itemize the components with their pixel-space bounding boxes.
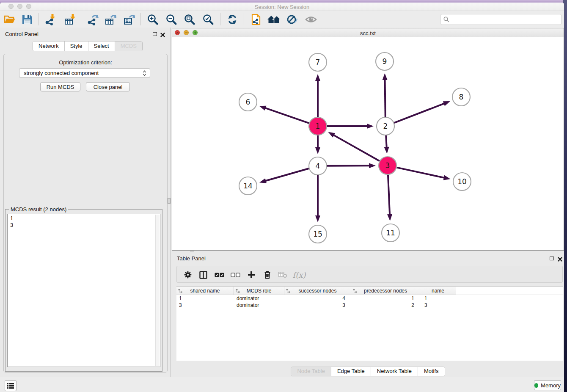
style-brush-icon[interactable] — [286, 13, 299, 26]
graph-edge-4-3[interactable] — [327, 166, 370, 166]
network-graph[interactable]: 1234678910111415 — [172, 37, 564, 250]
window-title: Session: New Session — [0, 4, 564, 10]
network-window-title: scc.txt — [172, 30, 564, 36]
graph-node-label: 1 — [316, 122, 320, 130]
criterion-select[interactable]: strongly connected component — [19, 68, 150, 78]
export-image-icon[interactable] — [123, 13, 135, 26]
mcds-result-textarea[interactable]: 1 3 — [7, 214, 160, 367]
control-panel-title: Control Panel — [5, 31, 39, 37]
hierarchy-icon — [236, 289, 240, 293]
new-network-document-icon[interactable] — [250, 13, 262, 26]
toolbar-separator — [140, 13, 141, 25]
graph-edge-arrowhead — [259, 106, 266, 110]
column-header-shared-name[interactable]: shared name — [176, 287, 234, 295]
app-window: Session: New Session — [0, 3, 564, 392]
cell-mcds-role[interactable]: dominator — [234, 295, 284, 302]
table-panel-title: Table Panel — [177, 255, 206, 262]
table-header-row: shared name MCDS role successor nodes pr… — [176, 286, 563, 295]
graph-edge-3-11[interactable] — [388, 175, 390, 215]
zoom-in-icon[interactable] — [146, 13, 159, 26]
tab-edge-table[interactable]: Edge Table — [331, 367, 371, 376]
cell-name[interactable]: 1 — [420, 295, 456, 302]
cell-successor-nodes[interactable]: 4 — [284, 295, 351, 302]
main-toolbar — [0, 11, 564, 28]
graph-edge-3-1[interactable] — [333, 135, 380, 161]
graph-node-label: 11 — [386, 229, 395, 237]
network-resize-grip[interactable] — [190, 251, 194, 252]
column-label: successor nodes — [298, 288, 336, 294]
column-header-mcds-role[interactable]: MCDS role — [234, 287, 284, 295]
delete-column-icon[interactable] — [262, 270, 272, 279]
export-network-icon[interactable] — [86, 13, 99, 26]
run-mcds-button[interactable]: Run MCDS — [40, 82, 80, 91]
graph-edge-arrowhead — [367, 124, 374, 129]
home-views-icon[interactable] — [267, 13, 282, 26]
close-table-panel-icon[interactable] — [558, 256, 562, 263]
export-table-icon[interactable] — [104, 13, 117, 26]
cell-shared-name[interactable]: 1 — [176, 295, 234, 302]
import-table-icon[interactable] — [63, 13, 76, 26]
deselect-all-rows-icon[interactable] — [230, 270, 240, 279]
column-label: shared name — [190, 288, 220, 294]
control-panel: Control Panel Network Style Select MCDS … — [0, 28, 171, 377]
graph-edge-arrowhead — [443, 101, 450, 106]
select-all-rows-icon[interactable] — [214, 270, 224, 279]
close-panel-button[interactable]: Close panel — [86, 82, 130, 91]
graph-edge-2-3[interactable] — [386, 135, 387, 148]
column-label: predecessor nodes — [364, 288, 407, 294]
float-panel-icon[interactable] — [153, 32, 157, 36]
add-column-icon[interactable] — [246, 270, 256, 279]
task-history-button[interactable] — [5, 380, 17, 391]
graph-edge-3-10[interactable] — [397, 168, 445, 178]
toolbar-separator — [81, 13, 81, 25]
search-field[interactable] — [440, 14, 562, 25]
float-table-panel-icon[interactable] — [550, 257, 554, 260]
panel-divider[interactable] — [171, 28, 171, 377]
tab-network-table[interactable]: Network Table — [371, 367, 418, 376]
network-canvas[interactable]: 1234678910111415 — [172, 37, 564, 250]
open-session-icon[interactable] — [3, 13, 16, 26]
graph-edge-arrowhead — [328, 132, 335, 138]
tab-style[interactable]: Style — [65, 41, 88, 51]
cell-predecessor-nodes[interactable]: 1 — [351, 295, 420, 302]
memory-button[interactable]: Memory — [534, 380, 561, 390]
graph-edge-2-9[interactable] — [385, 79, 385, 117]
import-network-icon[interactable] — [44, 13, 57, 26]
tab-select[interactable]: Select — [88, 41, 115, 51]
column-selector-icon[interactable] — [198, 270, 208, 279]
graph-edge-1-6[interactable] — [265, 108, 309, 123]
fx-label: f(x) — [293, 271, 306, 279]
workspace: Control Panel Network Style Select MCDS … — [0, 28, 564, 377]
search-input[interactable] — [449, 15, 561, 24]
table-row[interactable]: 1 dominator 4 1 1 — [176, 295, 563, 302]
column-header-predecessor-nodes[interactable]: predecessor nodes — [351, 287, 420, 295]
hierarchy-icon — [286, 289, 290, 293]
network-view-window: scc.txt 1234678910111415 — [172, 28, 564, 251]
result-scrollbar[interactable] — [155, 215, 160, 366]
tab-mcds[interactable]: MCDS — [115, 41, 142, 51]
zoom-selected-icon[interactable] — [202, 13, 215, 26]
memory-status-dot — [534, 383, 538, 388]
graph-edge-arrowhead — [315, 147, 320, 154]
table-tabbar: Node Table Edge Table Network Table Moti… — [172, 367, 564, 376]
column-header-name[interactable]: name — [420, 287, 456, 295]
zoom-fit-icon[interactable] — [183, 13, 196, 26]
graph-edge-arrowhead — [315, 74, 320, 81]
column-header-successor-nodes[interactable]: successor nodes — [284, 287, 351, 295]
tab-node-table[interactable]: Node Table — [291, 367, 331, 376]
zoom-out-icon[interactable] — [165, 13, 178, 26]
graph-edge-2-8[interactable] — [394, 103, 445, 123]
control-panel-tabbar: Network Style Select MCDS — [33, 41, 143, 51]
column-label: MCDS role — [247, 288, 272, 294]
tab-network[interactable]: Network — [33, 41, 65, 51]
save-session-icon[interactable] — [21, 13, 33, 26]
refresh-layout-icon[interactable] — [226, 13, 239, 26]
table-options-gear-icon[interactable] — [183, 270, 193, 279]
show-graphics-eye-icon — [305, 13, 317, 26]
graph-edge-4-14[interactable] — [265, 168, 308, 181]
result-line: 3 — [8, 222, 160, 229]
tab-motifs[interactable]: Motifs — [418, 367, 445, 376]
graph-edge-arrowhead — [387, 214, 392, 221]
criterion-select-value: strongly connected component — [19, 70, 143, 76]
close-panel-icon[interactable] — [160, 31, 165, 39]
